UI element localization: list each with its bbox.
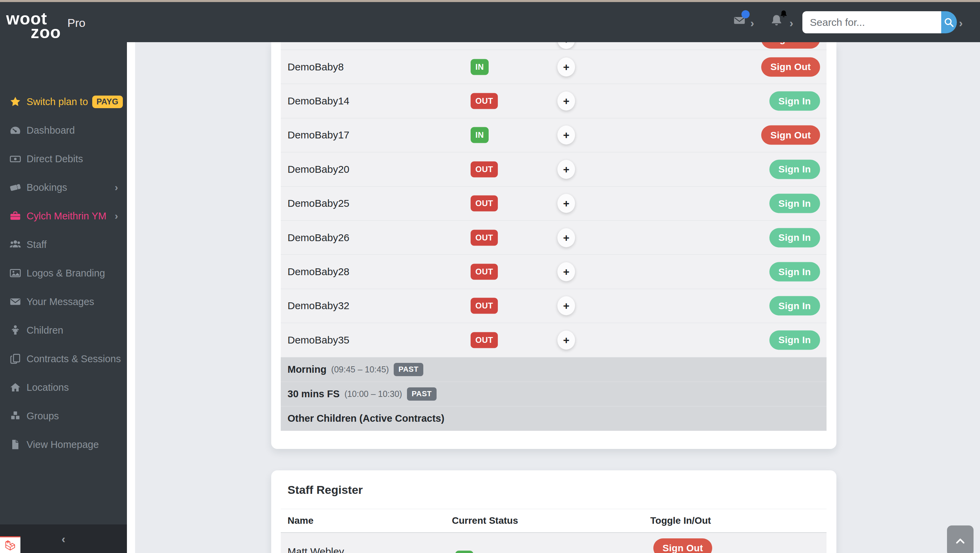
sidebar-item-label: Groups — [27, 410, 59, 422]
session-past-badge: PAST — [394, 363, 423, 376]
briefcase-icon — [10, 210, 21, 222]
sign-out-button[interactable]: Sign Out — [761, 57, 820, 76]
debugbar-toggle[interactable] — [0, 536, 21, 553]
sign-in-button[interactable]: Sign In — [769, 262, 820, 281]
child-register-row: DemoBaby25OUT+Sign In — [281, 187, 827, 221]
sidebar-item-cylch-meithrin-ym[interactable]: Cylch Meithrin YM› — [0, 202, 127, 230]
column-header-toggle: Toggle In/Out — [650, 515, 711, 526]
sign-in-button[interactable]: Sign In — [769, 228, 820, 247]
laravel-icon — [3, 539, 18, 552]
sidebar-item-bookings[interactable]: Bookings› — [0, 173, 127, 202]
expand-row-button[interactable]: + — [557, 126, 575, 145]
session-title: Morning — [288, 364, 326, 375]
content-gutter — [127, 42, 135, 553]
expand-row-button[interactable]: + — [557, 331, 575, 350]
sidebar-item-label: Staff — [27, 239, 47, 250]
child-name: DemoBaby28 — [288, 266, 350, 278]
session-time-range: (10:00 – 10:30) — [344, 389, 402, 399]
sidebar-item-label: View Homepage — [27, 439, 99, 450]
sidebar-item-label: Contracts & Sessions — [27, 353, 121, 365]
sidebar-item-children[interactable]: Children — [0, 316, 127, 345]
sidebar-item-direct-debits[interactable]: Direct Debits — [0, 145, 127, 173]
scroll-to-top-button[interactable] — [947, 526, 974, 553]
child-register-row: DemoBaby8IN+Sign Out — [281, 50, 827, 84]
profile-chevron-icon[interactable]: › — [959, 17, 963, 29]
expand-row-button[interactable]: + — [557, 42, 575, 49]
sidebar-item-label: Cylch Meithrin YM — [27, 211, 107, 222]
child-register-row: DemoBaby17IN+Sign Out — [281, 118, 827, 153]
expand-row-button[interactable]: + — [557, 57, 575, 76]
file-icon — [10, 439, 21, 450]
sidebar-collapse-button[interactable]: ‹ — [62, 532, 65, 545]
chevron-up-icon — [953, 534, 967, 548]
child-icon — [10, 324, 21, 336]
staff-name: Matt Webley — [288, 546, 344, 553]
notifications-icon-button[interactable] — [770, 13, 783, 28]
sidebar-item-locations[interactable]: Locations — [0, 373, 127, 402]
status-badge: OUT — [471, 264, 498, 280]
staff-table-body: Matt WebleyINSign Out — [281, 532, 827, 553]
sidebar-item-groups[interactable]: Groups — [0, 402, 127, 430]
child-name: DemoBaby26 — [288, 232, 350, 243]
sidebar-item-staff[interactable]: Staff — [0, 230, 127, 259]
search-button[interactable] — [941, 11, 957, 33]
status-badge: OUT — [471, 230, 498, 246]
expand-row-button[interactable]: + — [557, 296, 575, 315]
notification-alert-badge — [779, 10, 788, 18]
status-badge: OUT — [471, 161, 498, 177]
session-title: Other Children (Active Contracts) — [288, 413, 444, 424]
child-name: DemoBaby20 — [288, 164, 350, 175]
sign-out-button[interactable]: Sign Out — [653, 539, 712, 553]
app-logo[interactable]: woot zoo Pro — [6, 7, 95, 41]
plan-badge: PAYG — [92, 95, 123, 108]
ticket-icon — [10, 182, 21, 193]
search-icon — [943, 17, 955, 28]
column-header-name: Name — [288, 515, 313, 526]
search-input[interactable] — [802, 11, 941, 33]
sidebar-item-contracts-sessions[interactable]: Contracts & Sessions — [0, 345, 127, 373]
child-name: DemoBaby35 — [288, 334, 350, 346]
expand-row-button[interactable]: + — [557, 262, 575, 281]
child-name: DemoBaby25 — [288, 198, 350, 209]
child-register-row: DemoBaby20OUT+Sign In — [281, 153, 827, 186]
sign-in-button[interactable]: Sign In — [769, 296, 820, 316]
status-badge: OUT — [471, 195, 498, 211]
session-section-row: Other Children (Active Contracts) — [281, 407, 827, 431]
session-title: 30 mins FS — [288, 388, 340, 400]
image-icon — [10, 267, 21, 279]
sign-out-button[interactable]: Sign Out — [761, 42, 820, 49]
status-badge: IN — [471, 59, 488, 75]
users-icon — [10, 239, 21, 250]
sidebar-item-label: Bookings — [27, 182, 67, 193]
sidebar-item-switch-plan-to[interactable]: Switch plan toPAYG — [0, 87, 127, 116]
sign-in-button[interactable]: Sign In — [769, 194, 820, 213]
gauge-icon — [10, 124, 21, 136]
status-badge: IN — [471, 127, 488, 143]
child-name: DemoBaby32 — [288, 300, 350, 311]
messages-chevron-icon[interactable]: › — [750, 17, 754, 29]
expand-row-button[interactable]: + — [557, 228, 575, 247]
home-icon — [10, 381, 21, 393]
sidebar-item-label: Logos & Branding — [27, 268, 105, 279]
sign-out-button[interactable]: Sign Out — [761, 126, 820, 145]
child-register-row: DemoBaby26OUT+Sign In — [281, 221, 827, 255]
messages-icon-button[interactable] — [732, 14, 747, 27]
column-header-status: Current Status — [452, 515, 518, 526]
app-screen: woot zoo Pro › › › Switch plan toPAYGDas… — [0, 0, 980, 553]
notifications-chevron-icon[interactable]: › — [789, 17, 793, 29]
sidebar-item-logos-branding[interactable]: Logos & Branding — [0, 259, 127, 288]
child-register-card: + Sign OutDemoBaby8IN+Sign OutDemoBaby14… — [271, 42, 837, 449]
unread-mail-badge — [741, 10, 749, 18]
staff-table-header: Name Current Status Toggle In/Out — [281, 509, 827, 532]
sign-in-button[interactable]: Sign In — [769, 92, 820, 111]
sidebar-item-your-messages[interactable]: Your Messages — [0, 288, 127, 316]
expand-row-button[interactable]: + — [557, 160, 575, 179]
sign-in-button[interactable]: Sign In — [769, 330, 820, 350]
sidebar-item-view-homepage[interactable]: View Homepage — [0, 430, 127, 459]
sign-in-button[interactable]: Sign In — [769, 159, 820, 179]
child-register-row: DemoBaby28OUT+Sign In — [281, 255, 827, 289]
sidebar-item-dashboard[interactable]: Dashboard — [0, 116, 127, 145]
expand-row-button[interactable]: + — [557, 92, 575, 111]
session-past-badge: PAST — [407, 388, 437, 400]
expand-row-button[interactable]: + — [557, 194, 575, 213]
